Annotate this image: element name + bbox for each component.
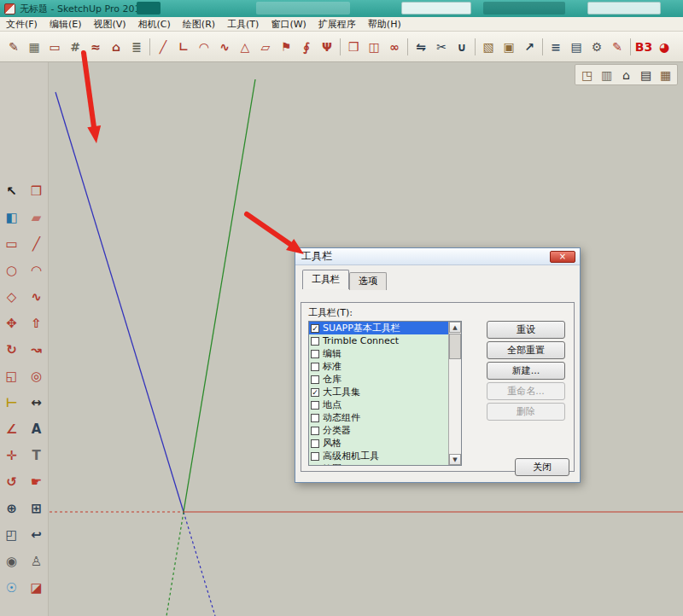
- rotate-tool-icon[interactable]: ↻: [2, 340, 22, 360]
- scroll-up-icon[interactable]: ▲: [449, 322, 461, 333]
- listbox-scrollbar[interactable]: ▲ ▼: [448, 322, 461, 465]
- rectangle-tool-icon[interactable]: ▭: [2, 234, 22, 254]
- toolbar-list-item[interactable]: 分类器: [309, 424, 448, 437]
- suapp-wall-icon[interactable]: ▦: [24, 37, 44, 57]
- weld-tool-icon[interactable]: ∪: [452, 37, 472, 57]
- mirror-tool-icon[interactable]: ⇋: [411, 37, 431, 57]
- home-icon[interactable]: ⌂: [617, 66, 635, 84]
- suapp-pencil-icon[interactable]: ✎: [3, 37, 24, 57]
- orbit-tool-icon[interactable]: ↺: [2, 472, 22, 492]
- toolbar-list-item[interactable]: 仓库: [309, 373, 448, 386]
- offset-tool-icon[interactable]: ◎: [26, 366, 47, 386]
- toolbar-list-item[interactable]: 高级相机工具: [309, 450, 448, 462]
- flag-tool-icon[interactable]: ⚑: [276, 37, 296, 57]
- menu-view[interactable]: 视图(V): [87, 17, 131, 32]
- arc-tool-icon[interactable]: ◠: [194, 37, 214, 57]
- menu-extensions[interactable]: 扩展程序: [312, 17, 362, 32]
- toolbars-listbox[interactable]: ✓SUAPP基本工具栏Trimble Connect编辑标准仓库✓大工具集地点动…: [308, 321, 462, 466]
- checkbox[interactable]: ✓: [311, 324, 319, 333]
- dialog-title-bar[interactable]: 工具栏 ×: [295, 248, 580, 265]
- bezier-tool-icon[interactable]: ∿: [214, 37, 235, 57]
- box-tool-icon[interactable]: ❒: [343, 37, 364, 57]
- edit-pencil-icon[interactable]: ✎: [607, 37, 628, 57]
- checkbox[interactable]: [311, 363, 319, 371]
- tab-toolbars[interactable]: 工具栏: [302, 270, 349, 289]
- gear-icon[interactable]: ⚙: [587, 37, 607, 57]
- component-box-icon[interactable]: ◳: [578, 66, 596, 84]
- link-tool-icon[interactable]: ∞: [384, 37, 405, 57]
- rect-tool-icon[interactable]: ▱: [255, 37, 276, 57]
- workspace[interactable]: ↖❒◧▰▭╱○◠◇∿✥⇧↻↝◱◎⊢↔∠A✛T↺☛⊕⊞◰↩◉♙☉◪ ◳▥⌂▤▦ 工…: [0, 62, 683, 616]
- toolbar-list-item[interactable]: 绘图: [309, 462, 448, 466]
- checkbox[interactable]: [311, 337, 319, 346]
- zoom-extents-tool-icon[interactable]: ◰: [2, 525, 22, 545]
- menu-help[interactable]: 帮助(H): [362, 17, 407, 32]
- spiral-tool-icon[interactable]: ∮: [296, 37, 317, 57]
- suapp-grid-icon[interactable]: #: [65, 37, 85, 57]
- checkbox[interactable]: [311, 452, 319, 461]
- red-target-icon[interactable]: ◕: [654, 37, 674, 57]
- zoom-tool-icon[interactable]: ⊕: [2, 498, 22, 519]
- suapp-roof-icon[interactable]: ⌂: [106, 37, 126, 57]
- paint-bucket-tool-icon[interactable]: ◧: [2, 207, 22, 228]
- suapp-wave-icon[interactable]: ≈: [85, 37, 106, 57]
- toolbar-list-item[interactable]: ✓SUAPP基本工具栏: [309, 322, 448, 334]
- section-plane-tool-icon[interactable]: ◪: [26, 578, 47, 598]
- cut-tool-icon[interactable]: ✂: [431, 37, 452, 57]
- look-around-tool-icon[interactable]: ☉: [2, 578, 22, 598]
- arrow-up-icon[interactable]: ↗: [519, 37, 540, 57]
- pan-tool-icon[interactable]: ☛: [26, 472, 47, 492]
- checkbox[interactable]: ✓: [311, 388, 319, 397]
- scrollbar-thumb[interactable]: [449, 334, 461, 359]
- model-info-icon[interactable]: ▦: [657, 66, 674, 84]
- reset-all-button[interactable]: 全部重置: [487, 341, 565, 359]
- select-tool-icon[interactable]: ↖: [2, 181, 22, 201]
- scale-tool-icon[interactable]: ◱: [2, 366, 22, 386]
- tab-options[interactable]: 选项: [349, 272, 387, 290]
- line-tool-icon[interactable]: ╱: [26, 234, 47, 254]
- checkbox[interactable]: [311, 350, 319, 358]
- protractor-tool-icon[interactable]: ∠: [2, 419, 22, 439]
- toolbar-list-item[interactable]: 风格: [309, 437, 448, 450]
- package-tool-icon[interactable]: ▣: [499, 37, 519, 57]
- menu-window[interactable]: 窗口(W): [265, 17, 312, 32]
- checkbox[interactable]: [311, 401, 319, 410]
- eraser-tool-icon[interactable]: ▰: [26, 207, 47, 228]
- menu-draw[interactable]: 绘图(R): [177, 17, 221, 32]
- scroll-down-icon[interactable]: ▼: [449, 454, 461, 465]
- walk-tool-icon[interactable]: ♙: [26, 551, 47, 572]
- axes-tool-icon[interactable]: ✛: [2, 445, 22, 466]
- dimension-tool-icon[interactable]: ↔: [26, 392, 47, 413]
- checkbox[interactable]: [311, 439, 319, 448]
- document-icon[interactable]: ▤: [566, 37, 587, 57]
- text-tool-icon[interactable]: A: [26, 419, 47, 439]
- previous-view-tool-icon[interactable]: ↩: [26, 525, 47, 545]
- triangle-tool-icon[interactable]: △: [235, 37, 255, 57]
- move-tool-icon[interactable]: ✥: [2, 313, 22, 334]
- door-tool-icon[interactable]: ◫: [364, 37, 384, 57]
- reset-button[interactable]: 重设: [487, 321, 565, 339]
- tape-measure-tool-icon[interactable]: ⊢: [2, 392, 22, 413]
- checkbox[interactable]: [311, 427, 319, 435]
- close-button[interactable]: 关闭: [515, 458, 569, 476]
- checkbox[interactable]: [311, 375, 319, 384]
- arc-tool-icon[interactable]: ◠: [26, 260, 47, 281]
- make-component-tool-icon[interactable]: ❒: [26, 181, 47, 201]
- menu-edit[interactable]: 编辑(E): [44, 17, 88, 32]
- crate-tool-icon[interactable]: ▧: [478, 37, 499, 57]
- branch-tool-icon[interactable]: Ψ: [317, 37, 337, 57]
- line-tool-icon[interactable]: ╱: [153, 37, 173, 57]
- circle-tool-icon[interactable]: ○: [2, 260, 22, 281]
- push-pull-tool-icon[interactable]: ⇧: [26, 313, 47, 334]
- freehand-tool-icon[interactable]: ∿: [26, 287, 47, 307]
- materials-icon[interactable]: ▥: [598, 66, 616, 84]
- polygon-tool-icon[interactable]: ◇: [2, 287, 22, 307]
- checkbox[interactable]: [311, 414, 319, 422]
- print-icon[interactable]: ▤: [637, 66, 655, 84]
- follow-me-tool-icon[interactable]: ↝: [26, 340, 47, 360]
- b3-logo-icon[interactable]: B3: [633, 37, 654, 57]
- menu-file[interactable]: 文件(F): [0, 17, 44, 32]
- suapp-rect-icon[interactable]: ▭: [44, 37, 65, 57]
- close-icon[interactable]: ×: [550, 251, 575, 263]
- toolbar-list-item[interactable]: ✓大工具集: [309, 386, 448, 398]
